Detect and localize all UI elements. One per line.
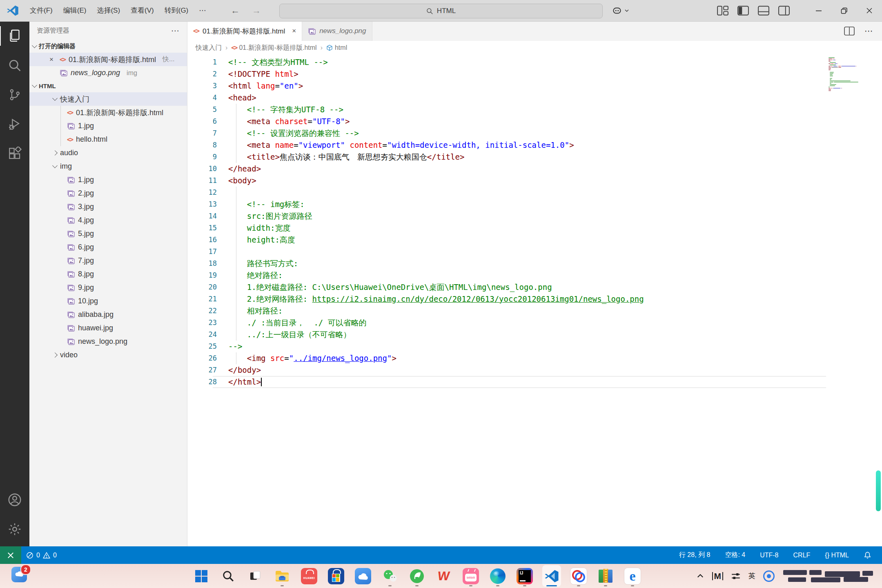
code-line-26[interactable]: 26 <img src="../img/news_logo.png">	[187, 352, 882, 364]
code-line-25[interactable]: 25-->	[187, 341, 882, 352]
toggle-primary-sidebar-icon[interactable]	[737, 6, 749, 16]
code-line-text[interactable]: <!-- img标签:	[217, 198, 305, 210]
tray-circle-app-icon[interactable]	[763, 570, 775, 582]
editor-more-actions-icon[interactable]: ⋯	[864, 26, 873, 36]
restore-button[interactable]	[831, 0, 857, 21]
tree-item[interactable]: huawei.jpg	[29, 321, 187, 335]
code-line-text[interactable]	[217, 246, 228, 258]
breadcrumb-item[interactable]: html	[326, 44, 347, 51]
tree-item[interactable]: 快速入门	[29, 92, 187, 106]
code-line-28[interactable]: 28</html>	[187, 376, 882, 388]
open-editor-item[interactable]: news_logo.png img	[29, 66, 187, 80]
code-line-9[interactable]: 9 <title>焦点访谈：中国底气 新思想夯实大粮国仓</title>	[187, 151, 882, 163]
code-line-5[interactable]: 5 <!-- 字符集为UTF-8 -->	[187, 104, 882, 116]
tree-item[interactable]: 3.jpg	[29, 200, 187, 214]
code-line-27[interactable]: 27</body>	[187, 364, 882, 376]
indentation[interactable]: 空格: 4	[725, 551, 745, 559]
code-line-text[interactable]: <html lang="en">	[217, 80, 303, 92]
menu-goto[interactable]: 转到(G)	[159, 3, 194, 18]
code-line-22[interactable]: 22 相对路径:	[187, 305, 882, 317]
taskbar-app-huawei-store[interactable]: HUAWEI	[300, 565, 318, 587]
editor-tab[interactable]: <> 01.新浪新闻-标题排版.html ×	[187, 21, 302, 41]
open-editor-item[interactable]: × <> 01.新浪新闻-标题排版.html 快...	[29, 53, 187, 66]
code-line-text[interactable]: <!-- 文档类型为HTML -->	[217, 56, 328, 68]
taskbar-app-wps-office[interactable]: W	[434, 565, 453, 587]
code-line-text[interactable]: 相对路径:	[217, 305, 283, 317]
tree-item[interactable]: 9.jpg	[29, 281, 187, 294]
code-line-1[interactable]: 1<!-- 文档类型为HTML -->	[187, 56, 882, 68]
code-line-text[interactable]: 路径书写方式:	[217, 258, 298, 270]
code-line-text[interactable]: <!DOCTYPE html>	[217, 68, 298, 80]
code-line-2[interactable]: 2<!DOCTYPE html>	[187, 68, 882, 80]
taskbar-app-winrar[interactable]	[596, 565, 615, 587]
menu-more[interactable]: ⋯	[194, 3, 211, 18]
hidden-icons-chevron[interactable]	[696, 572, 704, 580]
breadcrumb-item[interactable]: 快速入门	[196, 44, 222, 52]
activity-explorer[interactable]	[0, 21, 29, 51]
code-line-11[interactable]: 11<body>	[187, 175, 882, 187]
taskbar-app-edge[interactable]	[488, 565, 507, 587]
taskbar-app-huawei-cloud[interactable]	[354, 565, 372, 587]
command-center-search[interactable]: HTML	[279, 4, 603, 18]
menu-edit[interactable]: 编辑(E)	[58, 3, 92, 18]
taskbar-app-vscode[interactable]	[542, 565, 561, 587]
taskbar-app-microsoft-store[interactable]	[327, 565, 345, 587]
taskbar-app-huawei-petal[interactable]	[408, 565, 426, 587]
activity-account[interactable]	[0, 485, 29, 514]
code-line-text[interactable]: <img src="../img/news_logo.png">	[217, 352, 396, 364]
notifications-bell-icon[interactable]	[864, 551, 871, 559]
close-editor-icon[interactable]: ×	[47, 56, 56, 64]
taskbar-app-start[interactable]	[192, 565, 211, 587]
tray-m-app-icon[interactable]: M	[712, 572, 724, 580]
tree-item[interactable]: 6.jpg	[29, 241, 187, 254]
close-button[interactable]	[857, 0, 882, 21]
nav-back-icon[interactable]: ←	[231, 5, 240, 16]
nav-forward-icon[interactable]: →	[252, 5, 261, 16]
scrollbar-accent[interactable]	[876, 470, 881, 511]
code-line-23[interactable]: 23 ./ :当前目录， ./ 可以省略的	[187, 317, 882, 329]
activity-settings[interactable]	[0, 514, 29, 544]
taskbar-app-e-browser[interactable]: e	[623, 565, 642, 587]
tree-item[interactable]: 10.jpg	[29, 294, 187, 308]
split-editor-icon[interactable]	[844, 26, 855, 36]
tree-item[interactable]: 7.jpg	[29, 254, 187, 267]
code-line-text[interactable]: ./ :当前目录， ./ 可以省略的	[217, 317, 367, 329]
code-line-20[interactable]: 20 1.绝对磁盘路径: C:\Users\Huawei\OneDrive\桌面…	[187, 281, 882, 293]
code-editor[interactable]: 1<!-- 文档类型为HTML -->2<!DOCTYPE html>3<htm…	[187, 55, 882, 546]
code-line-16[interactable]: 16 height:高度	[187, 234, 882, 246]
code-line-15[interactable]: 15 width:宽度	[187, 222, 882, 234]
encoding[interactable]: UTF-8	[760, 552, 778, 559]
code-line-10[interactable]: 10</head>	[187, 163, 882, 175]
tree-item[interactable]: img	[29, 160, 187, 173]
minimap[interactable]	[828, 57, 865, 91]
sidebar-more-actions[interactable]: ⋯	[171, 26, 180, 36]
code-line-7[interactable]: 7 <!-- 设置浏览器的兼容性 -->	[187, 127, 882, 139]
activity-source-control[interactable]	[0, 80, 29, 109]
activity-extensions[interactable]	[0, 139, 29, 168]
code-line-text[interactable]: </html>	[217, 376, 262, 388]
breadcrumb-item[interactable]: <>01.新浪新闻-标题排版.html	[231, 44, 316, 52]
code-line-text[interactable]: height:高度	[217, 234, 295, 246]
code-line-text[interactable]: <meta name="viewport" content="width=dev…	[217, 139, 574, 151]
code-line-text[interactable]: <body>	[217, 175, 256, 187]
code-line-text[interactable]: <head>	[217, 92, 256, 104]
open-editors-section[interactable]: 打开的编辑器	[29, 40, 187, 53]
code-line-24[interactable]: 24 ../:上一级目录（不可省略）	[187, 329, 882, 341]
activity-search[interactable]	[0, 51, 29, 80]
close-tab-icon[interactable]: ×	[292, 27, 296, 35]
code-line-text[interactable]: </body>	[217, 364, 261, 376]
tree-item[interactable]: 4.jpg	[29, 214, 187, 227]
tree-item[interactable]: video	[29, 348, 187, 362]
menu-file[interactable]: 文件(F)	[24, 3, 58, 18]
tree-item[interactable]: 8.jpg	[29, 267, 187, 281]
toggle-panel-icon[interactable]	[758, 6, 769, 16]
code-line-19[interactable]: 19 绝对路径:	[187, 270, 882, 281]
code-line-text[interactable]: width:宽度	[217, 222, 290, 234]
tree-item[interactable]: news_logo.png	[29, 335, 187, 348]
taskbar-corner-app[interactable]: 2	[11, 567, 29, 585]
taskbar-app-bilibili[interactable]: bilibili	[461, 565, 480, 587]
code-line-13[interactable]: 13 <!-- img标签:	[187, 198, 882, 210]
menu-selection[interactable]: 选择(S)	[91, 3, 125, 18]
code-line-text[interactable]: <meta charset="UTF-8">	[217, 116, 350, 127]
tray-clock-garbled[interactable]	[782, 568, 875, 584]
